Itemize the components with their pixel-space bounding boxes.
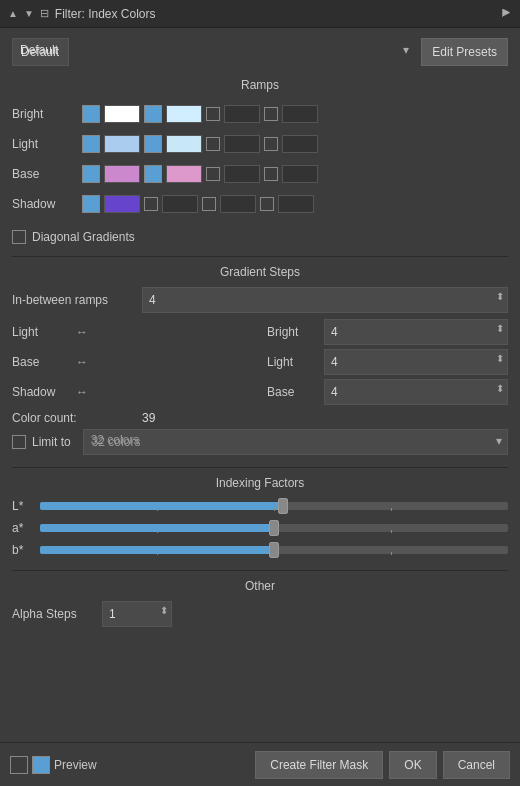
light-arrow: ↔ [76, 325, 88, 339]
limit-to-checkbox[interactable] [12, 435, 26, 449]
limit-to-label: Limit to [32, 435, 71, 449]
check-bright-2[interactable] [264, 107, 278, 121]
color-count-value: 39 [142, 411, 155, 425]
base-spinbox-wrap[interactable] [324, 379, 508, 405]
color-swatch-base-4[interactable] [282, 165, 318, 183]
base-spinbox[interactable] [324, 379, 508, 405]
ramp-colors-bright [82, 105, 318, 123]
color-swatch-shadow-4[interactable] [278, 195, 314, 213]
footer-right: Create Filter Mask OK Cancel [255, 751, 510, 779]
step-light-left-label: Light [12, 325, 72, 339]
ramps-label: Ramps [12, 78, 508, 92]
edit-presets-button[interactable]: Edit Presets [421, 38, 508, 66]
shadow-arrow: ↔ [76, 385, 88, 399]
slider-thumb-a[interactable] [269, 520, 279, 536]
color-btn-base-2[interactable] [144, 165, 162, 183]
title-bar-arrow-up[interactable]: ▲ [8, 8, 18, 19]
limit-select-wrap[interactable]: 32 colors 32 colors [83, 429, 508, 455]
cancel-button[interactable]: Cancel [443, 751, 510, 779]
color-btn-bright-2[interactable] [144, 105, 162, 123]
preset-select-wrap[interactable]: Default Default [12, 38, 415, 66]
title-bar-arrow-down[interactable]: ▼ [24, 8, 34, 19]
slider-track-b[interactable] [40, 542, 508, 558]
diagonal-gradients-checkbox[interactable]: Diagonal Gradients [12, 230, 135, 244]
color-swatch-base-2[interactable] [166, 165, 202, 183]
color-btn-light-1[interactable] [82, 135, 100, 153]
inbetween-spinbox-wrap[interactable] [142, 287, 508, 313]
slider-thumb-l[interactable] [278, 498, 288, 514]
light-spinbox-wrap[interactable] [324, 349, 508, 375]
color-swatch-light-2[interactable] [166, 135, 202, 153]
title-bar-right-arrow[interactable]: ⯈ [502, 8, 512, 19]
step-base-left-label: Base [12, 355, 72, 369]
slider-track-l[interactable] [40, 498, 508, 514]
title-bar-filter-icon: ⊟ [40, 7, 49, 20]
ramp-row-bright: Bright [12, 100, 508, 128]
alpha-spinbox-wrap[interactable] [102, 601, 172, 627]
ramp-label-light: Light [12, 137, 82, 151]
check-light-1[interactable] [206, 137, 220, 151]
color-swatch-shadow-1[interactable] [104, 195, 140, 213]
limit-select[interactable]: 32 colors [83, 429, 508, 455]
color-btn-light-2[interactable] [144, 135, 162, 153]
ok-button[interactable]: OK [389, 751, 436, 779]
preview-icon[interactable] [32, 756, 50, 774]
ramp-colors-base [82, 165, 318, 183]
color-btn-base-1[interactable] [82, 165, 100, 183]
light-spinbox[interactable] [324, 349, 508, 375]
title-bar: ▲ ▼ ⊟ Filter: Index Colors ⯈ [0, 0, 520, 28]
color-swatch-light-4[interactable] [282, 135, 318, 153]
step-base-right-label: Base [263, 385, 318, 399]
slider-row-b: b* [12, 542, 508, 558]
bright-spinbox-wrap[interactable] [324, 319, 508, 345]
slider-label-l: L* [12, 499, 40, 513]
check-bright-1[interactable] [206, 107, 220, 121]
preset-select[interactable]: Default [12, 38, 69, 66]
other-section: Other Alpha Steps [12, 579, 508, 627]
base-arrow: ↔ [76, 355, 88, 369]
slider-thumb-b[interactable] [269, 542, 279, 558]
limit-row: Limit to 32 colors 32 colors [12, 429, 508, 455]
color-swatch-shadow-3[interactable] [220, 195, 256, 213]
step-bright-label: Bright [263, 325, 318, 339]
alpha-steps-spinbox[interactable] [102, 601, 172, 627]
inbetween-label: In-between ramps [12, 293, 142, 307]
check-base-1[interactable] [206, 167, 220, 181]
preview-label: Preview [54, 758, 97, 772]
inbetween-spinbox[interactable] [142, 287, 508, 313]
create-filter-mask-button[interactable]: Create Filter Mask [255, 751, 383, 779]
check-base-2[interactable] [264, 167, 278, 181]
color-swatch-light-3[interactable] [224, 135, 260, 153]
color-swatch-bright-3[interactable] [224, 105, 260, 123]
color-swatch-bright-4[interactable] [282, 105, 318, 123]
check-shadow-2[interactable] [202, 197, 216, 211]
inbetween-row: In-between ramps [12, 287, 508, 313]
color-count-row: Color count: 39 [12, 411, 508, 425]
color-btn-shadow-1[interactable] [82, 195, 100, 213]
check-shadow-3[interactable] [260, 197, 274, 211]
check-shadow-1[interactable] [144, 197, 158, 211]
color-swatch-base-3[interactable] [224, 165, 260, 183]
color-btn-bright-1[interactable] [82, 105, 100, 123]
ramp-colors-light [82, 135, 318, 153]
slider-row-a: a* [12, 520, 508, 536]
slider-label-b: b* [12, 543, 40, 557]
diagonal-row: Diagonal Gradients [12, 230, 508, 244]
other-label: Other [12, 579, 508, 593]
ramp-colors-shadow [82, 195, 314, 213]
color-swatch-bright-2[interactable] [166, 105, 202, 123]
color-swatch-shadow-2[interactable] [162, 195, 198, 213]
gradient-steps-label: Gradient Steps [12, 265, 508, 279]
color-swatch-light-1[interactable] [104, 135, 140, 153]
slider-row-l: L* [12, 498, 508, 514]
slider-track-a[interactable] [40, 520, 508, 536]
check-light-2[interactable] [264, 137, 278, 151]
title-bar-title: Filter: Index Colors [55, 7, 156, 21]
ramp-label-bright: Bright [12, 107, 82, 121]
color-swatch-bright-1[interactable] [104, 105, 140, 123]
color-swatch-base-1[interactable] [104, 165, 140, 183]
preview-checkbox[interactable] [10, 756, 28, 774]
diagonal-gradients-box[interactable] [12, 230, 26, 244]
bright-spinbox[interactable] [324, 319, 508, 345]
footer-left: Preview [10, 756, 97, 774]
